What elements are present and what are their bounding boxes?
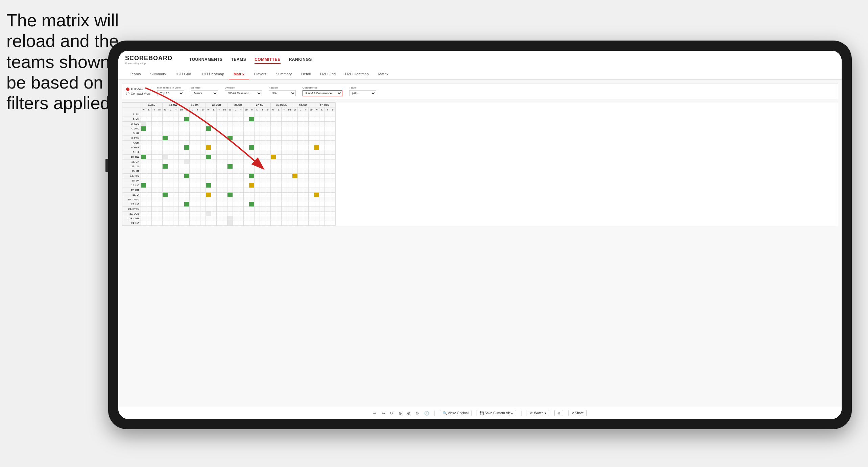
undo-icon[interactable]: ↩ (373, 411, 377, 416)
matrix-cell (255, 193, 260, 197)
matrix-cell (287, 174, 292, 178)
refresh-icon[interactable]: ⟳ (390, 411, 393, 416)
watch-button[interactable]: 👁 Watch ▾ (527, 410, 549, 416)
matrix-cell (319, 136, 325, 141)
table-row: 1. AU (122, 112, 336, 117)
matrix-cell (276, 174, 282, 178)
matrix-cell (244, 122, 249, 126)
zoom-in-icon[interactable]: ⊕ (407, 411, 410, 416)
matrix-cell (233, 169, 238, 174)
full-view-radio[interactable] (126, 88, 129, 91)
matrix-cell (195, 141, 200, 145)
matrix-cell (319, 202, 325, 207)
matrix-cell (222, 164, 227, 169)
matrix-cell (206, 112, 211, 117)
full-view-label: Full View (131, 88, 143, 91)
matrix-cell (238, 159, 244, 164)
matrix-cell (217, 212, 222, 216)
matrix-cell (163, 188, 168, 193)
matrix-cell (303, 131, 309, 136)
matrix-cell (184, 131, 190, 136)
tab-summary-1[interactable]: Summary (145, 69, 171, 79)
matrix-cell (276, 117, 282, 122)
matrix-cell (244, 188, 249, 193)
row-label: 24. UO (122, 221, 141, 226)
clock-icon[interactable]: 🕐 (424, 411, 429, 416)
matrix-cell (184, 164, 190, 169)
save-custom-view-button[interactable]: 💾 Save Custom View (477, 410, 516, 416)
team-select[interactable]: (All) (349, 90, 376, 96)
matrix-cell (146, 221, 152, 226)
matrix-cell (260, 178, 265, 183)
team-filter: Team (All) (349, 86, 376, 96)
view-original-button[interactable]: 🔍 View: Original (440, 410, 472, 416)
region-select[interactable]: N/A East West (269, 90, 296, 96)
conference-select[interactable]: Pac-12 Conference (All) ACC Big Ten (303, 90, 342, 96)
matrix-cell (190, 188, 195, 193)
conference-label: Conference (303, 86, 342, 89)
tab-matrix-1[interactable]: Matrix (229, 69, 249, 79)
matrix-cell (179, 112, 184, 117)
matrix-cell (195, 174, 200, 178)
matrix-cell (179, 212, 184, 216)
tab-teams[interactable]: Teams (125, 69, 145, 79)
nav-committee[interactable]: COMMITTEE (255, 56, 281, 64)
matrix-cell (330, 136, 336, 141)
matrix-cell (222, 207, 227, 212)
matrix-cell (298, 131, 303, 136)
matrix-cell (276, 207, 282, 212)
tab-h2h-grid-1[interactable]: H2H Grid (171, 69, 196, 79)
matrix-cell (238, 207, 244, 212)
nav-teams[interactable]: TEAMS (231, 56, 246, 64)
compact-view-option[interactable]: Compact View (126, 92, 150, 95)
zoom-out-icon[interactable]: ⊖ (399, 411, 402, 416)
matrix-cell (179, 117, 184, 122)
matrix-cell (238, 145, 244, 150)
tab-detail[interactable]: Detail (296, 69, 315, 79)
matrix-cell (157, 145, 163, 150)
compact-view-radio[interactable] (126, 92, 129, 95)
tab-h2h-heatmap-1[interactable]: H2H Heatmap (196, 69, 229, 79)
tab-summary-2[interactable]: Summary (271, 69, 296, 79)
matrix-cell (319, 216, 325, 221)
matrix-cell (157, 141, 163, 145)
col-header-uw: 10. UW (163, 103, 184, 107)
osu-d: D (330, 107, 336, 112)
redo-icon[interactable]: ↪ (382, 411, 385, 416)
matrix-cell (184, 183, 190, 188)
col-header-osu: 57. OSU (314, 103, 336, 107)
matrix-cell (319, 122, 325, 126)
nav-rankings[interactable]: RANKINGS (289, 56, 312, 64)
full-view-option[interactable]: Full View (126, 88, 150, 91)
matrix-cell (292, 202, 298, 207)
gender-select[interactable]: Men's Women's (191, 90, 218, 96)
max-teams-select[interactable]: Top 25 Top 50 All (157, 90, 184, 96)
matrix-cell (173, 193, 179, 197)
matrix-cell (146, 183, 152, 188)
division-select[interactable]: NCAA Division I NCAA Division II NCAA Di… (225, 90, 262, 96)
matrix-cell (157, 159, 163, 164)
matrix-cell (298, 174, 303, 178)
matrix-cell (152, 221, 157, 226)
matrix-cell (195, 150, 200, 155)
matrix-cell (163, 183, 168, 188)
matrix-cell (233, 145, 238, 150)
tab-h2h-grid-2[interactable]: H2H Grid (315, 69, 340, 79)
tab-matrix-2[interactable]: Matrix (373, 69, 393, 79)
matrix-cell (325, 131, 330, 136)
settings-icon[interactable]: ⚙ (415, 411, 419, 416)
nav-tournaments[interactable]: TOURNAMENTS (189, 56, 223, 64)
matrix-cell (211, 117, 217, 122)
tab-players[interactable]: Players (249, 69, 271, 79)
matrix-cell (163, 126, 168, 131)
tab-h2h-heatmap-2[interactable]: H2H Heatmap (340, 69, 373, 79)
matrix-cell (287, 164, 292, 169)
matrix-cell (211, 178, 217, 183)
matrix-cell (265, 221, 271, 226)
matrix-cell (233, 197, 238, 202)
share-button[interactable]: ↗ Share (568, 410, 587, 416)
ucla-t: T (282, 107, 287, 112)
options-button[interactable]: ⊞ (554, 410, 563, 416)
matrix-cell (292, 178, 298, 183)
matrix-cell (265, 150, 271, 155)
